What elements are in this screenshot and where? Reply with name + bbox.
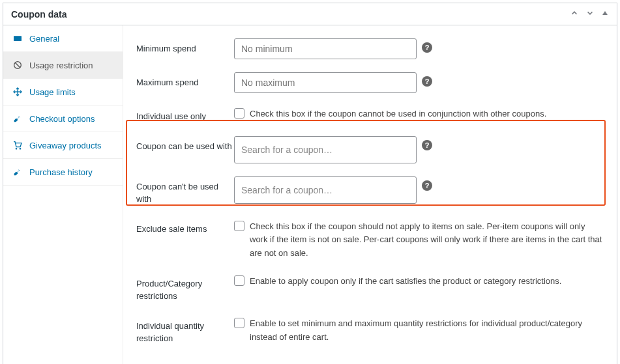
sidebar-item-label: Checkout options [29,114,95,124]
ind-qty-desc: Enable to set minimum and maximum quanti… [250,317,604,344]
svg-line-4 [15,63,20,68]
panel-title: Coupon data [11,9,67,20]
help-icon[interactable]: ? [422,42,432,53]
sidebar-item-purchase-history[interactable]: Purchase history [3,159,123,186]
panel-body: General Usage restriction Usage limits C… [3,25,617,364]
help-icon[interactable]: ? [422,76,432,87]
sidebar-item-general[interactable]: General [3,25,123,52]
sidebar-item-usage-restriction[interactable]: Usage restriction [3,52,123,79]
row-min-spend: Minimum spend ? [123,32,617,66]
row-individual-use: Individual use only Check this box if th… [123,100,617,130]
panel-header: Coupon data [3,3,617,25]
sidebar-item-usage-limits[interactable]: Usage limits [3,79,123,105]
prod-cat-desc: Enable to apply coupon only if the cart … [250,275,604,288]
cart-icon [12,140,23,150]
ban-icon [12,60,23,70]
ticket-icon [12,33,23,44]
sidebar-item-checkout-options[interactable]: Checkout options [3,105,123,132]
label-min-spend: Minimum spend [136,38,234,55]
individual-use-desc: Check this box if the coupon cannot be u… [250,107,604,121]
individual-use-checkbox[interactable] [234,108,244,119]
row-used-with: Coupon can be used with Search for a cou… [123,130,617,170]
svg-marker-0 [602,11,608,15]
exclude-sale-desc: Check this box if the coupon should not … [250,220,604,260]
exclude-sale-checkbox[interactable] [234,221,244,231]
row-not-used-with: Coupon can't be used with Search for a c… [123,170,617,212]
label-ind-qty: Individual quantity restriction [136,316,234,345]
min-spend-input[interactable] [234,38,417,59]
sidebar-item-label: Usage restriction [29,61,93,70]
svg-point-8 [20,148,20,149]
max-spend-input[interactable] [234,72,417,93]
label-max-spend: Maximum spend [136,72,234,89]
help-icon[interactable]: ? [422,140,432,150]
sidebar-item-label: Usage limits [29,87,76,97]
sidebar-item-label: Purchase history [29,167,93,177]
content-area: Minimum spend ? Maximum spend ? Individu… [123,25,617,364]
label-prod-cat: Product/Category restrictions [136,273,234,303]
help-icon[interactable]: ? [422,180,432,191]
sidebar: General Usage restriction Usage limits C… [3,25,123,364]
svg-rect-1 [14,36,22,41]
row-exclude-sale: Exclude sale items Check this box if the… [123,212,617,267]
sidebar-item-label: General [29,34,59,44]
wrench-icon [12,167,23,177]
label-exclude-sale: Exclude sale items [136,219,234,236]
row-max-spend: Maximum spend ? [123,66,617,100]
sidebar-item-giveaway-products[interactable]: Giveaway products [3,132,123,159]
sidebar-item-label: Giveaway products [29,141,102,150]
row-ind-qty: Individual quantity restriction Enable t… [123,309,617,352]
svg-rect-2 [14,36,22,36]
panel-controls [570,8,609,20]
ind-qty-checkbox[interactable] [234,318,244,328]
coupon-data-panel: Coupon data General Usage restriction [3,3,617,364]
move-up-icon[interactable] [570,8,579,20]
wrench-icon [12,113,23,124]
toggle-icon[interactable] [601,8,609,20]
label-not-used-with: Coupon can't be used with [136,176,234,206]
row-prod-cat: Product/Category restrictions Enable to … [123,267,617,309]
label-individual-use: Individual use only [136,106,234,123]
svg-point-7 [16,148,16,149]
move-icon [12,87,23,97]
prod-cat-checkbox[interactable] [234,275,244,286]
not-used-with-search[interactable]: Search for a coupon… [234,176,417,204]
move-down-icon[interactable] [585,8,595,20]
used-with-search[interactable]: Search for a coupon… [234,136,417,163]
label-used-with: Coupon can be used with [136,136,234,153]
